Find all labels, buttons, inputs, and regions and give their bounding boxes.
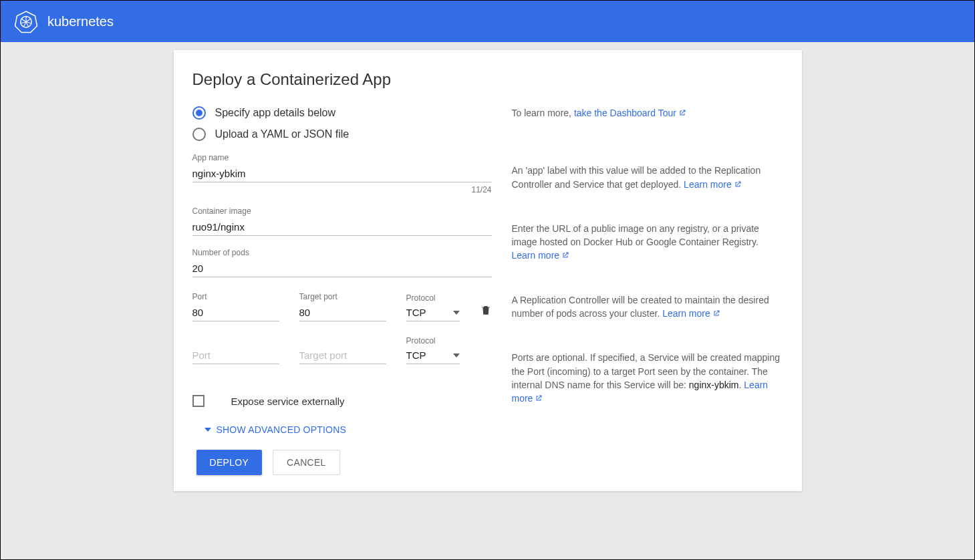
radio-upload-file[interactable]: Upload a YAML or JSON file [192,128,492,141]
pods-label: Number of pods [192,248,492,257]
port-row: Protocol TCP [192,336,492,364]
external-link-icon [678,109,686,117]
radio-label: Upload a YAML or JSON file [215,128,350,140]
deploy-button[interactable]: DEPLOY [196,450,263,475]
app-title: kubernetes [47,14,114,29]
help-appname: An 'app' label with this value will be a… [512,164,783,191]
app-header: kubernetes [1,1,974,42]
logo: kubernetes [14,9,114,33]
learn-more-image-link[interactable]: Learn more [512,250,570,261]
chevron-down-icon [453,311,460,315]
learn-more-appname-link[interactable]: Learn more [684,179,742,190]
target-port-input[interactable] [299,303,386,321]
radio-specify-details[interactable]: Specify app details below [192,106,492,120]
protocol-select[interactable]: TCP [406,347,460,364]
protocol-label: Protocol [406,293,460,303]
container-image-label: Container image [192,206,492,216]
trash-icon [480,304,492,316]
svg-line-3 [26,19,31,22]
target-port-label: Target port [299,292,386,301]
radio-icon [192,106,206,120]
help-pods: A Replication Controller will be created… [512,293,783,321]
protocol-value: TCP [406,307,426,318]
dns-name: nginx-ybkim [689,380,739,390]
port-label: Port [192,292,279,301]
protocol-label: Protocol [406,336,460,345]
radio-label: Specify app details below [215,107,336,119]
help-image: Enter the URL of a public image on any r… [512,222,783,263]
help-tour: To learn more, take the Dashboard Tour [512,106,783,120]
pods-input[interactable] [192,259,492,277]
dashboard-tour-link[interactable]: take the Dashboard Tour [574,108,686,118]
expose-externally-label: Expose service externally [231,396,345,407]
container-image-input[interactable] [192,217,492,236]
chevron-down-icon [453,354,460,358]
port-input[interactable] [192,303,279,321]
port-row: Port Target port Protocol TCP [192,292,492,321]
target-port-input[interactable] [299,345,386,364]
svg-marker-9 [453,311,460,315]
app-name-counter: 11/24 [192,185,492,194]
delete-port-button[interactable] [480,304,492,321]
svg-line-8 [21,19,26,22]
svg-marker-10 [453,354,460,358]
external-link-icon [734,180,742,188]
expose-externally-checkbox[interactable] [192,395,204,407]
help-ports: Ports are optional. If specified, a Serv… [512,351,783,405]
app-name-label: App name [192,153,492,162]
port-input[interactable] [192,345,279,364]
kubernetes-logo-icon [14,9,38,33]
protocol-select[interactable]: TCP [406,304,460,321]
triangle-down-icon [204,428,211,432]
page-title: Deploy a Containerized App [192,70,783,89]
deploy-card: Deploy a Containerized App Specify app d… [174,50,802,491]
protocol-value: TCP [406,349,426,361]
external-link-icon [535,394,543,402]
cancel-button[interactable]: CANCEL [273,450,340,475]
external-link-icon [712,309,720,317]
show-advanced-options-button[interactable]: SHOW ADVANCED OPTIONS [204,424,492,435]
advanced-options-label: SHOW ADVANCED OPTIONS [217,424,347,435]
app-name-input[interactable] [192,164,492,182]
external-link-icon [561,251,569,259]
learn-more-pods-link[interactable]: Learn more [662,308,720,319]
radio-icon [192,128,206,141]
